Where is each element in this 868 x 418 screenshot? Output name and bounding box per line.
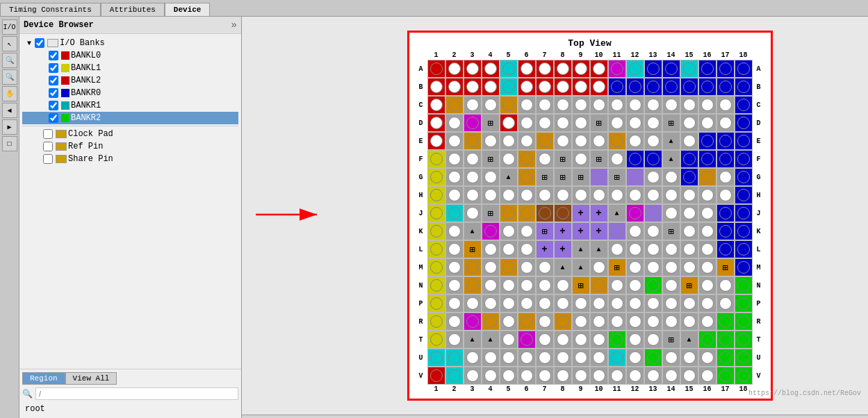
- cell-E4[interactable]: [482, 132, 500, 150]
- cell-R9[interactable]: [572, 312, 590, 331]
- cell-F2[interactable]: [445, 150, 464, 168]
- cell-G9[interactable]: ⊞: [572, 168, 590, 186]
- cell-J15[interactable]: [680, 204, 698, 222]
- cell-D10[interactable]: ⊞: [590, 114, 608, 132]
- cell-B1[interactable]: [427, 78, 445, 96]
- check-bankr2[interactable]: [49, 113, 58, 123]
- cell-N5[interactable]: [500, 276, 518, 294]
- cell-K15[interactable]: [680, 222, 698, 240]
- io-button[interactable]: I/O: [2, 19, 17, 35]
- cell-L6[interactable]: [518, 240, 536, 258]
- cell-L15[interactable]: [680, 240, 698, 258]
- cell-M3[interactable]: [464, 258, 482, 276]
- cell-J7[interactable]: [536, 204, 554, 222]
- cell-C16[interactable]: [698, 96, 716, 114]
- cell-K11[interactable]: [608, 222, 626, 240]
- cell-L18[interactable]: [735, 240, 753, 258]
- cell-L8[interactable]: +: [554, 240, 572, 258]
- cell-J5[interactable]: [500, 204, 518, 222]
- cell-D18[interactable]: [735, 114, 753, 132]
- check-bankl2[interactable]: [49, 76, 58, 85]
- cell-L10[interactable]: ▲: [590, 240, 608, 258]
- check-bankr0[interactable]: [49, 88, 58, 98]
- cell-V16[interactable]: [698, 367, 716, 385]
- cell-R5[interactable]: [500, 312, 518, 331]
- cell-U9[interactable]: [572, 349, 590, 367]
- cell-V5[interactable]: [500, 367, 518, 385]
- cell-K5[interactable]: [500, 222, 518, 240]
- cell-K12[interactable]: [626, 222, 644, 240]
- cell-N14[interactable]: [662, 276, 680, 294]
- cell-V9[interactable]: [572, 367, 590, 385]
- cell-N12[interactable]: [626, 276, 644, 294]
- cell-B14[interactable]: [662, 78, 680, 96]
- cell-A5[interactable]: [500, 60, 518, 78]
- cell-J1[interactable]: [427, 204, 445, 222]
- cell-R16[interactable]: [698, 312, 716, 331]
- cell-A14[interactable]: [662, 60, 680, 78]
- cell-B15[interactable]: [680, 78, 698, 96]
- cell-E9[interactable]: [572, 132, 590, 150]
- cell-H3[interactable]: [464, 186, 482, 204]
- tree-item-io-banks[interactable]: ▼ I/O Banks: [22, 37, 238, 49]
- cell-R8[interactable]: [554, 312, 572, 331]
- cell-L9[interactable]: ▲: [572, 240, 590, 258]
- misc-button[interactable]: □: [2, 136, 17, 151]
- cell-R18[interactable]: [735, 312, 753, 331]
- cell-M7[interactable]: [536, 258, 554, 276]
- cell-C4[interactable]: [482, 96, 500, 114]
- cell-J17[interactable]: [716, 204, 735, 222]
- cell-U10[interactable]: [590, 349, 608, 367]
- cell-T1[interactable]: [427, 331, 445, 349]
- cell-R17[interactable]: [716, 312, 735, 331]
- cell-U17[interactable]: [716, 349, 735, 367]
- cell-D8[interactable]: [554, 114, 572, 132]
- cell-E16[interactable]: [698, 132, 716, 150]
- cell-M4[interactable]: [482, 258, 500, 276]
- cell-J10[interactable]: +: [590, 204, 608, 222]
- cell-V6[interactable]: [518, 367, 536, 385]
- cell-L4[interactable]: [482, 240, 500, 258]
- cell-N17[interactable]: [716, 276, 735, 294]
- cell-H14[interactable]: [662, 186, 680, 204]
- cell-D3[interactable]: [464, 114, 482, 132]
- cell-P18[interactable]: [735, 294, 753, 312]
- cell-C15[interactable]: [680, 96, 698, 114]
- cell-H10[interactable]: [590, 186, 608, 204]
- cell-M8[interactable]: ▲: [554, 258, 572, 276]
- cell-K1[interactable]: [427, 222, 445, 240]
- cell-G4[interactable]: [482, 168, 500, 186]
- cell-C1[interactable]: [427, 96, 445, 114]
- search-input[interactable]: [35, 387, 238, 400]
- cell-R13[interactable]: [644, 312, 662, 331]
- cell-M15[interactable]: [680, 258, 698, 276]
- cell-M17[interactable]: ⊞: [716, 258, 735, 276]
- cell-K16[interactable]: [698, 222, 716, 240]
- cell-R3[interactable]: [464, 312, 482, 331]
- cell-N7[interactable]: [536, 276, 554, 294]
- cell-T16[interactable]: [698, 331, 716, 349]
- cell-H7[interactable]: [536, 186, 554, 204]
- cell-L2[interactable]: [445, 240, 464, 258]
- cell-R6[interactable]: [518, 312, 536, 331]
- cell-J8[interactable]: [554, 204, 572, 222]
- cell-K4[interactable]: [482, 222, 500, 240]
- cell-T6[interactable]: [518, 331, 536, 349]
- cell-N2[interactable]: [445, 276, 464, 294]
- cell-T11[interactable]: [608, 331, 626, 349]
- cell-M11[interactable]: ⊞: [608, 258, 626, 276]
- cell-C6[interactable]: [518, 96, 536, 114]
- cell-B16[interactable]: [698, 78, 716, 96]
- cell-V15[interactable]: [680, 367, 698, 385]
- cell-R4[interactable]: [482, 312, 500, 331]
- tab-timing[interactable]: Timing Constraints: [0, 3, 101, 16]
- cell-J16[interactable]: [698, 204, 716, 222]
- cell-H8[interactable]: [554, 186, 572, 204]
- cell-V14[interactable]: [662, 367, 680, 385]
- cell-C13[interactable]: [644, 96, 662, 114]
- cell-A4[interactable]: [482, 60, 500, 78]
- cell-F12[interactable]: [626, 150, 644, 168]
- cell-C7[interactable]: [536, 96, 554, 114]
- check-clock-pad[interactable]: [43, 129, 53, 139]
- cell-C17[interactable]: [716, 96, 735, 114]
